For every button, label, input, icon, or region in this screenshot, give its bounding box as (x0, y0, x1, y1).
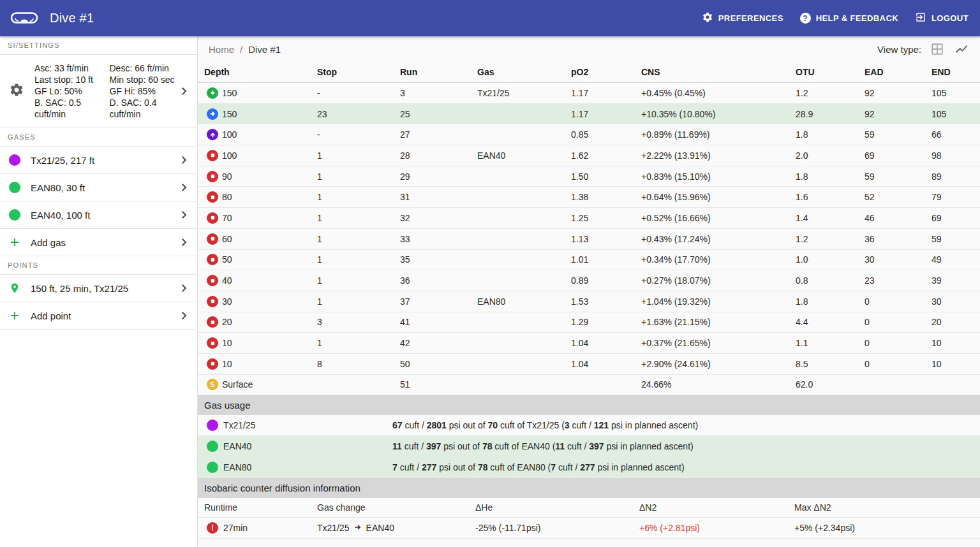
cell-cns: +0.83% (15.10%) (641, 171, 796, 182)
gas-usage-table: Tx21/2567 cuft / 2801 psi out of 70 cuft… (198, 415, 980, 478)
cell-ead: 0 (865, 317, 932, 327)
cell-end: 79 (932, 192, 980, 202)
cell-dn2: +6% (+2.81psi) (639, 523, 794, 533)
cell-stop: 1 (317, 296, 400, 307)
cell-stop: - (317, 88, 400, 98)
gas-label: Tx21/25, 217 ft (31, 155, 178, 166)
breadcrumb-current: Dive #1 (248, 44, 281, 55)
depth-value: 20 (222, 317, 232, 327)
stop-icon (207, 296, 218, 307)
cell-depth: 150 (204, 87, 317, 99)
column-header-dhe: ΔHe (475, 502, 639, 513)
dive-table-row[interactable]: 150-3Tx21/251.17+0.45% (0.45%)1.292105 (198, 83, 980, 104)
cell-cns: 24.66% (641, 379, 796, 390)
chevron-right-icon (178, 209, 189, 221)
cell-cns: +0.64% (15.96%) (641, 192, 796, 202)
gas-list-item[interactable]: EAN80, 30 ft (0, 174, 197, 201)
cell-otu: 1.1 (796, 338, 865, 348)
cell-run: 41 (400, 317, 477, 327)
plus-icon (9, 237, 20, 248)
settings-line: B. SAC: 0.5 cuft/min (34, 97, 103, 120)
main-content: Home / Dive #1 View type: DepthStopRunGa… (198, 36, 980, 547)
cell-run: 42 (400, 338, 477, 348)
settings-summary-item[interactable]: Asc: 33 ft/minLast stop: 10 ftGF Lo: 50%… (0, 55, 197, 128)
cell-run: 28 (400, 150, 477, 161)
breadcrumb: Home / Dive #1 View type: (198, 36, 980, 62)
cell-cns: +0.45% (0.45%) (641, 88, 796, 98)
depth-value: 10 (222, 338, 232, 348)
gas-list-item[interactable]: EAN40, 100 ft (0, 201, 197, 229)
dive-table-row[interactable]: 100128EAN401.62+2.22% (13.91%)2.06998 (198, 145, 980, 166)
add-point-button[interactable]: Add point (0, 302, 197, 330)
cell-po2: 0.85 (571, 129, 641, 140)
column-header-otu: OTU (796, 67, 865, 77)
dive-table-row[interactable]: 401360.89+0.27% (18.07%)0.82339 (198, 270, 980, 291)
topbar: Dive #1 PREFERENCES ? HELP & FEEDBACK LO… (0, 0, 980, 36)
cell-stop: 1 (317, 171, 400, 182)
dive-table-row[interactable]: 30137EAN801.53+1.04% (19.32%)1.8030 (198, 291, 980, 312)
add-gas-button[interactable]: Add gas (0, 229, 197, 256)
dive-table-row[interactable]: 108501.04+2.90% (24.61%)8.5010 (198, 354, 980, 375)
settings-line: GF Lo: 50% (34, 85, 103, 97)
depth-value: 60 (222, 234, 232, 244)
cell-gas: EAN40 (477, 150, 571, 161)
descend-icon (207, 87, 218, 99)
cell-otu: 62.0 (796, 379, 865, 390)
cell-end: 39 (932, 275, 980, 286)
cell-otu: 1.4 (796, 213, 865, 223)
points-header: POINTS (0, 256, 197, 275)
surface-icon: S (207, 379, 218, 390)
gas-list-item[interactable]: Tx21/25, 217 ft (0, 147, 197, 174)
column-header-stop: Stop (317, 67, 400, 77)
dive-table-row[interactable]: 801311.38+0.64% (15.96%)1.65279 (198, 187, 980, 208)
depth-value: 150 (222, 109, 237, 119)
cell-po2: 0.89 (571, 275, 641, 286)
cell-end: 69 (932, 213, 980, 223)
settings-line: Min stop: 60 sec (110, 74, 179, 85)
dive-table-row[interactable]: 203411.29+1.63% (21.15%)4.4020 (198, 312, 980, 333)
dive-table-row[interactable]: 701321.25+0.52% (16.66%)1.44669 (198, 208, 980, 229)
cell-depth: 20 (204, 316, 317, 328)
point-list-item[interactable]: 150 ft, 25 min, Tx21/25 (0, 275, 197, 302)
column-header-ead: EAD (865, 67, 932, 77)
cell-cns: +0.52% (16.66%) (641, 213, 796, 223)
gas-usage-detail: 11 cuft / 397 psi out of 78 cuft of EAN4… (392, 441, 694, 451)
point-label: 150 ft, 25 min, Tx21/25 (31, 283, 178, 294)
depth-value: 70 (222, 213, 232, 223)
logout-button[interactable]: LOGOUT (915, 11, 969, 25)
cell-stop: 1 (317, 213, 400, 223)
cell-ead: 92 (865, 88, 932, 98)
dive-table-row[interactable]: 100-270.85+0.89% (11.69%)1.85966 (198, 124, 980, 145)
cell-run: 27 (400, 129, 477, 140)
gas-color-dot-icon (207, 441, 218, 452)
dive-table-row[interactable]: 101421.04+0.37% (21.65%)1.1010 (198, 333, 980, 354)
gas-color-dot-icon (9, 154, 20, 166)
dive-table-row[interactable]: SSurface5124.66%62.0 (198, 375, 980, 396)
breadcrumb-home-link[interactable]: Home (209, 44, 234, 55)
cell-stop: 1 (317, 192, 400, 202)
cell-ead: 59 (865, 129, 932, 140)
settings-line: Desc: 66 ft/min (110, 62, 179, 74)
cell-otu: 28.9 (796, 109, 865, 119)
cell-dhe: -25% (-11.71psi) (475, 523, 639, 533)
table-view-icon[interactable] (929, 41, 946, 57)
help-feedback-button[interactable]: ? HELP & FEEDBACK (800, 13, 898, 24)
dive-table-row[interactable]: 601331.13+0.43% (17.24%)1.23659 (198, 229, 980, 250)
chart-view-icon[interactable] (953, 41, 970, 57)
gas-usage-name: Tx21/25 (223, 420, 256, 430)
cell-depth: 50 (204, 254, 317, 265)
stop-icon (207, 233, 218, 245)
preferences-button[interactable]: PREFERENCES (702, 11, 783, 25)
dive-table-row[interactable]: 901291.50+0.83% (15.10%)1.85989 (198, 166, 980, 187)
column-header-runtime: Runtime (204, 502, 317, 513)
cell-stop: 23 (317, 109, 400, 119)
cell-run: 35 (400, 254, 477, 265)
cell-cns: +0.37% (21.65%) (641, 338, 796, 348)
plus-icon (9, 310, 20, 321)
dive-table-row[interactable]: 15023251.17+10.35% (10.80%)28.992105 (198, 104, 980, 125)
dive-table-row[interactable]: 501351.01+0.34% (17.70%)1.03049 (198, 250, 980, 271)
settings-line: Asc: 33 ft/min (34, 62, 103, 74)
cell-cns: +1.63% (21.15%) (641, 317, 796, 327)
add-gas-label: Add gas (31, 237, 178, 248)
cell-run: 32 (400, 213, 477, 223)
